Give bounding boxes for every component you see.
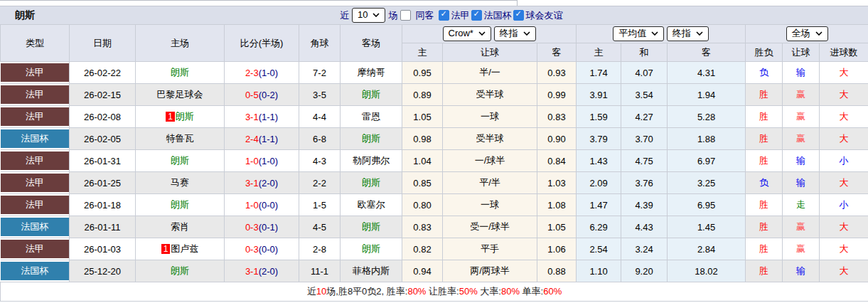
handicap-result-cell: 输 xyxy=(783,150,820,172)
home-team-name: 索肖 xyxy=(171,221,189,232)
summary-segment: 80% xyxy=(407,286,426,297)
euro-draw-odds-cell: 3.76 xyxy=(621,172,668,194)
corner-cell: 4-3 xyxy=(299,150,341,172)
winloss-result-cell: 胜 xyxy=(746,106,783,128)
checkbox-法甲[interactable] xyxy=(439,10,449,21)
summary-segment: 近 xyxy=(307,286,316,297)
subcol-winloss: 胜负 xyxy=(746,43,783,62)
euro-home-odds-cell: 3.79 xyxy=(577,128,621,150)
euro-odds-source-select[interactable]: 平均值 xyxy=(613,26,664,41)
league-cell: 法甲 xyxy=(1,172,70,194)
handicap-result-cell: 赢 xyxy=(783,84,820,106)
away-team-name: 朗斯 xyxy=(362,177,380,188)
asian-home-odds-cell: 0.80 xyxy=(402,194,443,216)
handicap-result-cell: 输 xyxy=(783,260,820,282)
away-team-cell: 欧塞尔 xyxy=(341,194,402,216)
league-cell: 法国杯 xyxy=(1,260,70,282)
euro-away-odds-cell: 4.31 xyxy=(668,62,746,84)
asian-away-odds-cell: 0.84 xyxy=(537,150,577,172)
home-team-cell: 朗斯 xyxy=(136,150,225,172)
goals-result-cell: 小 xyxy=(820,150,868,172)
league-badge: 法甲 xyxy=(1,240,70,258)
home-team-name: 马赛 xyxy=(171,177,189,188)
half-score: (1-1) xyxy=(259,112,278,122)
away-team-name: 朗斯 xyxy=(362,243,380,254)
away-team-cell: 朗斯 xyxy=(341,238,402,260)
same-away-checkbox[interactable] xyxy=(400,10,411,21)
summary-segment: 大率: xyxy=(478,286,501,297)
handicap-cell: 受半球 xyxy=(443,84,537,106)
half-score: (1-0) xyxy=(259,68,278,78)
euro-away-odds-cell: 1.94 xyxy=(668,84,746,106)
summary-segment: 单率: xyxy=(520,286,543,297)
league-cell: 法甲 xyxy=(1,194,70,216)
half-score: (1-0) xyxy=(259,156,278,166)
league-cell: 法甲 xyxy=(1,150,70,172)
score-cell: 3-1(2-0) xyxy=(225,260,299,282)
table-row: 法国杯26-01-11索肖0-3(0-1)4-5朗斯0.83受一/球半1.056… xyxy=(1,216,868,238)
asian-away-odds-cell: 1.03 xyxy=(537,172,577,194)
euro-draw-odds-cell: 3.70 xyxy=(621,128,668,150)
away-team-cell: 摩纳哥 xyxy=(341,62,402,84)
corner-cell: 3-5 xyxy=(299,84,341,106)
away-team-name: 欧塞尔 xyxy=(358,199,385,210)
asian-away-odds-cell: 0.90 xyxy=(537,128,577,150)
away-team-cell: 朗斯 xyxy=(341,216,402,238)
euro-away-odds-cell: 1.88 xyxy=(668,128,746,150)
full-score: 2-3 xyxy=(245,68,259,78)
col-header-date: 日期 xyxy=(70,25,136,62)
recent-count-select[interactable]: 10 xyxy=(352,8,385,23)
euro-draw-odds-cell: 3.54 xyxy=(621,84,668,106)
asian-home-odds-cell: 0.94 xyxy=(402,260,443,282)
euro-home-odds-cell: 1.59 xyxy=(577,106,621,128)
away-team-name: 摩纳哥 xyxy=(358,67,385,78)
subcol-asian-home: 主 xyxy=(402,43,443,62)
asian-away-odds-cell: 0.83 xyxy=(537,106,577,128)
league-badge: 法甲 xyxy=(1,174,70,192)
euro-odds-group-header: 平均值 终指 xyxy=(577,25,746,43)
handicap-result-cell: 赢 xyxy=(783,106,820,128)
handicap-result-cell: 赢 xyxy=(783,238,820,260)
asian-odds-stage-select[interactable]: 终指 xyxy=(494,26,536,41)
winloss-result-cell: 胜 xyxy=(746,238,783,260)
bookmaker-select[interactable]: Crow* xyxy=(443,26,491,41)
chevron-down-icon xyxy=(815,31,823,36)
home-team-cell: 马赛 xyxy=(136,172,225,194)
euro-home-odds-cell: 1.47 xyxy=(577,194,621,216)
corner-cell: 4-4 xyxy=(299,106,341,128)
euro-home-odds-cell: 1.74 xyxy=(577,62,621,84)
summary-segment: 50% xyxy=(459,286,478,297)
table-row: 法甲26-02-081朗斯3-1(1-1)4-4雷恩1.05一球0.831.59… xyxy=(1,106,868,128)
checkbox-法国杯[interactable] xyxy=(471,10,482,21)
corner-cell: 2-2 xyxy=(299,172,341,194)
subcol-handicap-result: 让球 xyxy=(783,43,820,62)
away-team-name: 雷恩 xyxy=(362,111,380,122)
league-cell: 法甲 xyxy=(1,106,70,128)
date-cell: 26-02-15 xyxy=(70,84,136,106)
euro-draw-odds-cell: 4.75 xyxy=(621,150,668,172)
winloss-result-cell: 胜 xyxy=(746,194,783,216)
handicap-cell: 一球 xyxy=(443,106,537,128)
match-history-panel: 朗斯 近 10 场 同客 法甲法国杯球会友谊 类型 日期 主场 比分(半场) xyxy=(0,0,868,303)
half-score: (2-0) xyxy=(259,178,278,188)
fulltime-select[interactable]: 全场 xyxy=(786,26,828,41)
euro-home-odds-cell: 3.91 xyxy=(577,84,621,106)
half-score: (0-0) xyxy=(259,244,278,255)
home-team-cell: 1图卢兹 xyxy=(136,238,225,260)
filter-label: 球会友谊 xyxy=(525,9,562,22)
asian-home-odds-cell: 0.98 xyxy=(402,128,443,150)
away-team-name: 菲格内斯 xyxy=(353,265,390,276)
asian-home-odds-cell: 0.85 xyxy=(402,172,443,194)
winloss-result-cell: 胜 xyxy=(746,260,783,282)
handicap-cell: 一球 xyxy=(443,194,537,216)
half-score: (0-1) xyxy=(259,222,278,233)
asian-home-odds-cell: 1.05 xyxy=(402,106,443,128)
filter-label: 法国杯 xyxy=(483,9,511,22)
score-cell: 3-1(1-1) xyxy=(225,106,299,128)
checkbox-球会友谊[interactable] xyxy=(513,10,524,21)
top-strip xyxy=(0,0,868,6)
table-row: 法甲26-01-31朗斯1-0(1-0)4-3勒阿弗尔1.04一/球半0.841… xyxy=(1,150,868,172)
rank-badge: 1 xyxy=(161,244,171,254)
euro-odds-stage-select[interactable]: 终指 xyxy=(667,26,709,41)
euro-away-odds-cell: 18.02 xyxy=(668,260,746,282)
